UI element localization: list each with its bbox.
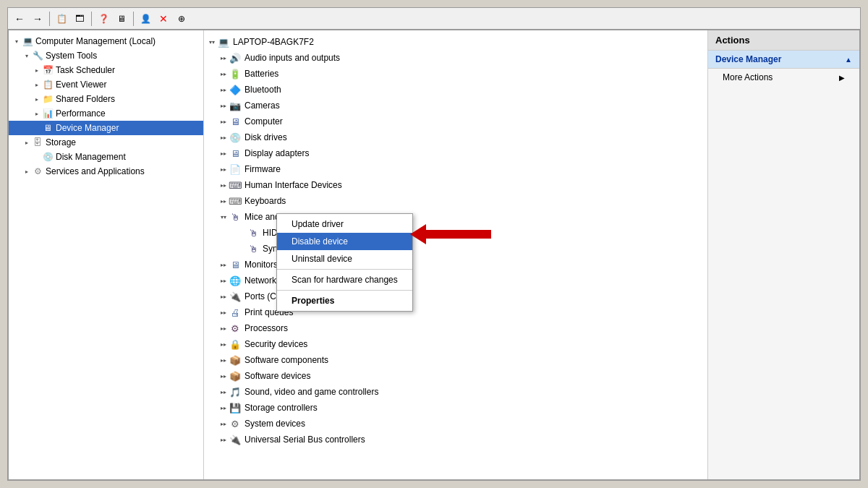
actions-more[interactable]: More Actions ▶: [708, 69, 859, 86]
performance-label: Performance: [56, 108, 106, 119]
processors-icon: ⚙: [229, 322, 242, 335]
device-audio[interactable]: ▸ 🔊 Audio inputs and outputs: [204, 50, 707, 66]
device-cameras[interactable]: ▸ 📷 Cameras: [204, 98, 707, 114]
ctx-sep-1: [277, 269, 412, 270]
red-arrow: [410, 224, 491, 244]
laptop-label: LAPTOP-4BAGK7F2: [233, 37, 314, 47]
mice-chevron: ▾: [218, 212, 229, 222]
print-chevron: ▸: [218, 307, 229, 317]
display-label: Display adapters: [244, 148, 309, 158]
middle-pane: ▾ 💻 LAPTOP-4BAGK7F2 ▸ 🔊 Audio inputs and…: [204, 30, 707, 479]
device-display[interactable]: ▸ 🖥 Display adapters: [204, 145, 707, 161]
device-firmware[interactable]: ▸ 📄 Firmware: [204, 161, 707, 177]
device-manager-chevron: [32, 123, 42, 133]
toolbar-separator-2: [91, 12, 92, 26]
root-label: Computer Management (Local): [35, 36, 156, 46]
usb-label: Universal Serial Bus controllers: [244, 435, 365, 445]
sidebar-item-event-viewer[interactable]: ▸ 📋 Event Viewer: [9, 77, 203, 92]
ports-icon: 🔌: [229, 290, 242, 303]
ctx-scan-hardware[interactable]: Scan for hardware changes: [277, 271, 412, 288]
device-hid[interactable]: ▸ ⌨ Human Interface Devices: [204, 177, 707, 193]
batteries-chevron: ▸: [218, 69, 229, 79]
actions-device-manager[interactable]: Device Manager ▲: [708, 51, 859, 69]
system-tools-icon: 🔧: [32, 50, 43, 61]
back-button[interactable]: ←: [12, 11, 27, 27]
browse-button[interactable]: 📋: [54, 11, 69, 27]
pin-button[interactable]: ⊕: [174, 11, 190, 27]
ctx-disable-device[interactable]: Disable device: [277, 233, 412, 250]
monitors-chevron: ▸: [218, 260, 229, 270]
sidebar-item-disk-management[interactable]: 💿 Disk Management: [9, 150, 203, 164]
ctx-update-driver[interactable]: Update driver: [277, 215, 412, 233]
monitor-button[interactable]: 🖥: [114, 11, 129, 27]
storage-label: Storage: [46, 137, 76, 147]
bluetooth-chevron: ▸: [218, 85, 229, 95]
system-tools-label: System Tools: [46, 51, 97, 61]
device-system-dev[interactable]: ▸ ⚙ System devices: [204, 416, 707, 432]
context-menu: Update driver Disable device Uninstall d…: [276, 213, 413, 312]
keyboards-icon: ⌨: [229, 194, 242, 207]
tree-root[interactable]: ▾ 💻 Computer Management (Local): [9, 34, 203, 48]
sidebar-item-system-tools[interactable]: ▾ 🔧 System Tools: [9, 48, 203, 63]
device-disk-drives[interactable]: ▸ 💿 Disk drives: [204, 129, 707, 145]
toolbar-separator-3: [133, 12, 134, 26]
ports-chevron: ▸: [218, 291, 229, 301]
device-keyboards[interactable]: ▸ ⌨ Keyboards: [204, 193, 707, 209]
sidebar-item-storage[interactable]: ▸ 🗄 Storage: [9, 135, 203, 150]
ctx-properties[interactable]: Properties: [277, 292, 412, 309]
firmware-label: Firmware: [244, 164, 281, 174]
device-storage-ctrl[interactable]: ▸ 💾 Storage controllers: [204, 400, 707, 416]
disk-mgmt-chevron: [32, 152, 42, 162]
ctx-uninstall-device[interactable]: Uninstall device: [277, 250, 412, 267]
device-security[interactable]: ▸ 🔒 Security devices: [204, 336, 707, 352]
device-manager-label: Device Manager: [56, 123, 119, 133]
help-button[interactable]: ❓: [95, 11, 111, 27]
synapt-icon: 🖱: [247, 242, 260, 255]
cameras-chevron: ▸: [218, 100, 229, 111]
computer-dev-chevron: ▸: [218, 116, 229, 127]
device-sound[interactable]: ▸ 🎵 Sound, video and game controllers: [204, 384, 707, 400]
monitors-label: Monitors: [244, 260, 278, 270]
services-icon: ⚙: [32, 166, 43, 177]
shared-folders-chevron: ▸: [32, 94, 42, 104]
ctx-sep-2: [277, 290, 412, 291]
task-scheduler-label: Task Scheduler: [56, 65, 115, 75]
view-button[interactable]: 🗔: [72, 11, 88, 27]
storage-icon: 🗄: [32, 137, 43, 148]
storage-chevron: ▸: [22, 137, 32, 147]
sidebar-item-task-scheduler[interactable]: ▸ 📅 Task Scheduler: [9, 63, 203, 77]
software-comp-icon: 📦: [229, 354, 242, 367]
firmware-icon: 📄: [229, 163, 242, 176]
actions-chevron-up: ▲: [845, 56, 852, 64]
user-button[interactable]: 👤: [137, 11, 153, 27]
usb-chevron: ▸: [218, 435, 229, 445]
hid-label: Human Interface Devices: [244, 180, 342, 190]
sidebar-item-shared-folders[interactable]: ▸ 📁 Shared Folders: [9, 92, 203, 106]
software-dev-label: Software devices: [244, 371, 310, 381]
software-dev-chevron: ▸: [218, 371, 229, 381]
computer-dev-label: Computer: [244, 116, 283, 127]
sidebar-item-performance[interactable]: ▸ 📊 Performance: [9, 106, 203, 121]
sidebar-item-device-manager[interactable]: 🖥 Device Manager: [9, 121, 203, 135]
usb-icon: 🔌: [229, 433, 242, 446]
device-root[interactable]: ▾ 💻 LAPTOP-4BAGK7F2: [204, 34, 707, 50]
hid-co-chevron: [237, 228, 247, 238]
network-icon: 🌐: [229, 274, 242, 287]
sidebar-item-services-apps[interactable]: ▸ ⚙ Services and Applications: [9, 164, 203, 179]
device-batteries[interactable]: ▸ 🔋 Batteries: [204, 66, 707, 82]
disk-mgmt-icon: 💿: [42, 151, 54, 163]
storage-ctrl-chevron: ▸: [218, 403, 229, 413]
device-bluetooth[interactable]: ▸ 🔷 Bluetooth: [204, 82, 707, 98]
system-dev-icon: ⚙: [229, 417, 242, 430]
cameras-icon: 📷: [229, 99, 242, 112]
device-usb[interactable]: ▸ 🔌 Universal Serial Bus controllers: [204, 432, 707, 448]
device-software-dev[interactable]: ▸ 📦 Software devices: [204, 368, 707, 384]
device-computer[interactable]: ▸ 🖥 Computer: [204, 114, 707, 129]
device-software-comp[interactable]: ▸ 📦 Software components: [204, 352, 707, 368]
task-scheduler-icon: 📅: [42, 64, 54, 76]
device-processors[interactable]: ▸ ⚙ Processors: [204, 320, 707, 336]
close-x-button[interactable]: ✕: [156, 11, 171, 27]
forward-button[interactable]: →: [30, 11, 46, 27]
hid-icon: ⌨: [229, 179, 242, 192]
audio-label: Audio inputs and outputs: [244, 53, 340, 63]
